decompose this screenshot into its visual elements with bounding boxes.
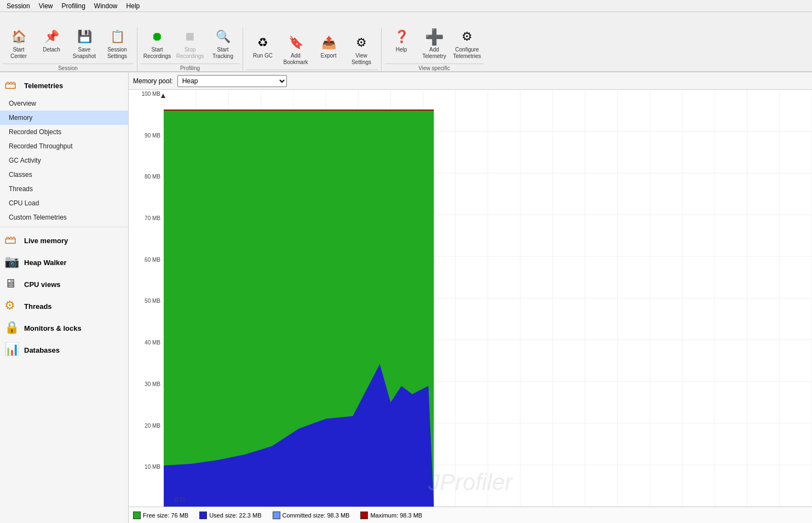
sidebar-item-threads[interactable]: Threads (0, 182, 128, 196)
start-center-button[interactable]: 🏠 StartCenter (2, 25, 35, 62)
y-label-90mb: 90 MB (129, 133, 160, 139)
start-tracking-icon: 🔍 (214, 28, 232, 45)
x-label-010: 0:10 (175, 497, 186, 503)
legend-free-label: Free size: 76 MB (143, 512, 188, 519)
legend-used-label: Used size: 22.3 MB (209, 512, 261, 519)
x-axis: 0:10 (164, 497, 812, 507)
sidebar-item-memory[interactable]: Memory (0, 111, 128, 125)
heap-walker-label: Heap Walker (24, 258, 67, 267)
add-bookmark-button[interactable]: 🔖 AddBookmark (279, 31, 312, 68)
configure-telemetries-icon: ⚙ (458, 28, 476, 45)
main-content: Memory pool: HeapNon-heap (129, 72, 812, 523)
sidebar-cpu-views-header[interactable]: 🖥 CPU views (0, 273, 128, 295)
view-specific-group-label: View specific (385, 64, 483, 71)
toolbar-view-specific-group: ❓ Help ➕ AddTelemetry ⚙ ConfigureTelemet… (385, 25, 483, 71)
add-telemetry-button[interactable]: ➕ AddTelemetry (418, 25, 451, 62)
y-label-70mb: 70 MB (129, 215, 160, 221)
menu-session[interactable]: Session (2, 1, 34, 11)
view-settings-icon: ⚙ (353, 34, 370, 51)
session-settings-button[interactable]: 📋 SessionSettings (101, 25, 134, 62)
telemetries-label: Telemetries (24, 82, 63, 90)
sidebar-item-gc-activity[interactable]: GC Activity (0, 153, 128, 168)
legend-committed-color (273, 511, 280, 519)
start-center-icon: 🏠 (10, 28, 27, 45)
y-label-50mb: 50 MB (129, 298, 160, 304)
sidebar-item-recorded-throughput[interactable]: Recorded Throughput (0, 139, 128, 153)
y-label-100mb: 100 MB (129, 91, 160, 97)
memory-pool-toolbar: Memory pool: HeapNon-heap (129, 72, 812, 90)
start-recordings-label: StartRecordings (143, 47, 171, 60)
add-telemetry-icon: ➕ (425, 28, 443, 45)
sidebar-item-custom-telemetries[interactable]: Custom Telemetries (0, 210, 128, 225)
databases-label: Databases (24, 346, 60, 354)
threads-section-icon: ⚙ (4, 298, 20, 314)
heap-walker-icon: 📷 (4, 255, 20, 270)
sidebar-item-classes[interactable]: Classes (0, 168, 128, 182)
toolbar-session-group: 🏠 StartCenter 📌 Detach 💾 SaveSnapshot 📋 … (2, 25, 134, 71)
run-gc-button[interactable]: ♻ Run GC (246, 31, 279, 68)
view-settings-button[interactable]: ⚙ ViewSettings (345, 31, 378, 68)
chart-container: 100 MB 90 MB 80 MB 70 MB 60 MB 50 MB 40 … (129, 90, 812, 523)
sidebar-item-recorded-objects[interactable]: Recorded Objects (0, 125, 128, 139)
monitors-locks-icon: 🔒 (4, 320, 20, 336)
stop-recordings-button[interactable]: ⏹ StopRecordings (174, 25, 206, 62)
sidebar-live-memory-header[interactable]: 🗃 Live memory (0, 229, 128, 251)
live-memory-label: Live memory (24, 237, 68, 245)
legend-maximum: Maximum: 98.3 MB (360, 511, 422, 519)
telemetries-icon: 🗃 (4, 78, 20, 93)
menu-window[interactable]: Window (90, 1, 122, 11)
stop-recordings-icon: ⏹ (181, 28, 199, 45)
session-settings-label: SessionSettings (107, 47, 127, 60)
run-gc-icon: ♻ (254, 34, 272, 51)
sidebar-databases-header[interactable]: 📊 Databases (0, 339, 128, 361)
y-axis: 100 MB 90 MB 80 MB 70 MB 60 MB 50 MB 40 … (129, 90, 163, 507)
sidebar-divider-1 (0, 227, 128, 227)
configure-telemetries-button[interactable]: ⚙ ConfigureTelemetries (451, 25, 483, 62)
sidebar-item-cpu-load[interactable]: CPU Load (0, 196, 128, 210)
memory-pool-select[interactable]: HeapNon-heap (177, 75, 287, 87)
configure-telemetries-label: ConfigureTelemetries (453, 47, 481, 60)
sidebar-heap-walker-header[interactable]: 📷 Heap Walker (0, 251, 128, 273)
menubar: Session View Profiling Window Help (0, 0, 812, 12)
toolbar: 🏠 StartCenter 📌 Detach 💾 SaveSnapshot 📋 … (0, 12, 812, 72)
help-button[interactable]: ❓ Help (385, 25, 418, 62)
start-recordings-icon: ⏺ (148, 28, 166, 45)
toolbar-actions-group: ♻ Run GC 🔖 AddBookmark 📤 Export ⚙ ViewSe… (246, 31, 378, 71)
sidebar-telemetries-header[interactable]: 🗃 Telemetries (0, 74, 128, 96)
help-icon: ❓ (393, 28, 410, 45)
stop-recordings-label: StopRecordings (176, 47, 204, 60)
help-label: Help (396, 47, 407, 53)
detach-icon: 📌 (43, 28, 60, 45)
detach-button[interactable]: 📌 Detach (35, 25, 68, 62)
session-group-label: Session (2, 64, 134, 71)
start-tracking-button[interactable]: 🔍 StartTracking (206, 25, 239, 62)
sidebar-item-overview[interactable]: Overview (0, 96, 128, 111)
add-bookmark-label: AddBookmark (283, 53, 308, 66)
y-label-60mb: 60 MB (129, 257, 160, 263)
export-label: Export (321, 53, 337, 59)
save-snapshot-icon: 💾 (76, 28, 93, 45)
chart-legend: Free size: 76 MB Used size: 22.3 MB Comm… (129, 507, 812, 523)
y-label-80mb: 80 MB (129, 174, 160, 180)
save-snapshot-button[interactable]: 💾 SaveSnapshot (68, 25, 101, 62)
start-recordings-button[interactable]: ⏺ StartRecordings (141, 25, 174, 62)
threads-section-label: Threads (24, 302, 52, 311)
legend-maximum-color (360, 511, 368, 519)
export-button[interactable]: 📤 Export (312, 31, 345, 68)
menu-profiling[interactable]: Profiling (57, 1, 90, 11)
add-telemetry-label: AddTelemetry (422, 47, 446, 60)
y-label-10mb: 10 MB (129, 464, 160, 470)
export-icon: 📤 (320, 34, 337, 51)
legend-free-size: Free size: 76 MB (133, 511, 188, 519)
add-bookmark-icon: 🔖 (287, 34, 304, 51)
sidebar-threads-section-header[interactable]: ⚙ Threads (0, 295, 128, 317)
sidebar: 🗃 Telemetries Overview Memory Recorded O… (0, 72, 129, 523)
legend-free-color (133, 511, 141, 519)
sidebar-monitors-locks-header[interactable]: 🔒 Monitors & locks (0, 317, 128, 339)
menu-help[interactable]: Help (122, 1, 145, 11)
view-settings-label: ViewSettings (352, 53, 371, 66)
monitors-locks-label: Monitors & locks (24, 324, 82, 332)
start-tracking-label: StartTracking (212, 47, 233, 60)
legend-used-color (199, 511, 207, 519)
menu-view[interactable]: View (34, 1, 57, 11)
